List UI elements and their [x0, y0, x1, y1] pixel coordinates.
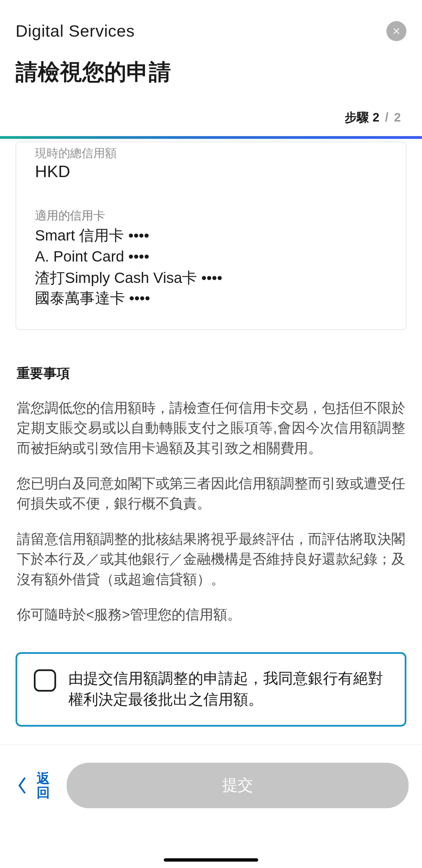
back-button[interactable]: 返回 — [13, 771, 50, 800]
step-total: 2 — [394, 110, 401, 124]
important-title: 重要事項 — [17, 365, 405, 382]
footer: 返回 提交 — [0, 744, 422, 819]
back-label: 返回 — [37, 771, 50, 800]
consent-text: 由提交信用額調整的申請起，我同意銀行有絕對權利決定最後批出之信用額。 — [68, 668, 388, 711]
credit-limit-label: 現時的總信用額 — [35, 142, 387, 161]
credit-limit-value: HKD — [35, 162, 387, 181]
important-paragraph: 當您調低您的信用額時，請檢查任何信用卡交易，包括但不限於定期支賬交易或以自動轉賬… — [17, 398, 405, 458]
close-icon — [391, 26, 401, 36]
step-current: 2 — [372, 110, 379, 124]
progress-bar — [0, 136, 422, 139]
home-indicator[interactable] — [164, 858, 258, 862]
card-item: 國泰萬事達卡 •••• — [35, 289, 387, 310]
chevron-left-icon — [17, 776, 28, 795]
cards-list: Smart 信用卡 •••• A. Point Card •••• 渣打Simp… — [35, 226, 387, 310]
review-card: 現時的總信用額 HKD 適用的信用卡 Smart 信用卡 •••• A. Poi… — [16, 142, 407, 330]
close-button[interactable] — [386, 21, 406, 41]
content-scroll[interactable]: 現時的總信用額 HKD 適用的信用卡 Smart 信用卡 •••• A. Poi… — [0, 139, 422, 744]
card-item: A. Point Card •••• — [35, 247, 387, 268]
applicable-cards-label: 適用的信用卡 — [35, 208, 387, 223]
card-item: 渣打Simply Cash Visa卡 •••• — [35, 268, 387, 289]
step-divider: / — [385, 110, 389, 124]
important-paragraph: 您已明白及同意如閣下或第三者因此信用額調整而引致或遭受任何損失或不便，銀行概不負… — [17, 474, 405, 513]
important-section: 重要事項 當您調低您的信用額時，請檢查任何信用卡交易，包括但不限於定期支賬交易或… — [16, 365, 407, 625]
consent-box: 由提交信用額調整的申請起，我同意銀行有絕對權利決定最後批出之信用額。 — [16, 652, 407, 727]
card-item: Smart 信用卡 •••• — [35, 226, 387, 247]
step-label: 步驟 — [345, 110, 369, 124]
app-title: Digital Services — [16, 22, 135, 41]
consent-checkbox[interactable] — [34, 670, 56, 692]
important-paragraph: 你可隨時於<服務>管理您的信用額。 — [17, 604, 405, 624]
important-paragraph: 請留意信用額調整的批核結果將視乎最終評估，而評估將取決閣下於本行及／或其他銀行／… — [17, 529, 405, 589]
page-title: 請檢視您的申請 — [16, 57, 407, 87]
submit-button[interactable]: 提交 — [67, 763, 408, 808]
step-indicator: 步驟 2 / 2 — [16, 109, 407, 130]
